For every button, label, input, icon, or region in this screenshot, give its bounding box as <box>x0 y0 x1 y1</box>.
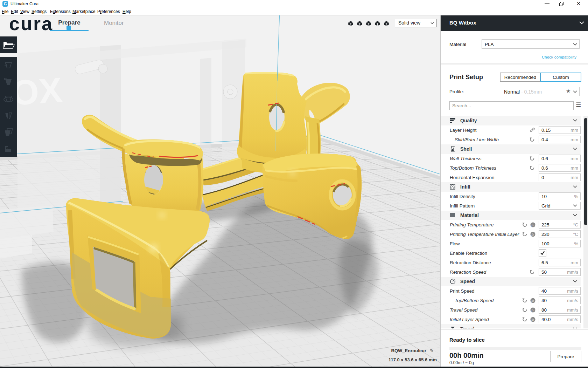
svg-text:fx: fx <box>532 318 534 321</box>
svg-text:OX: OX <box>10 70 63 113</box>
svg-text:fx: fx <box>532 233 534 236</box>
svg-text:fx: fx <box>532 308 534 312</box>
svg-text:fx: fx <box>532 299 534 302</box>
svg-text:fx: fx <box>532 223 534 227</box>
